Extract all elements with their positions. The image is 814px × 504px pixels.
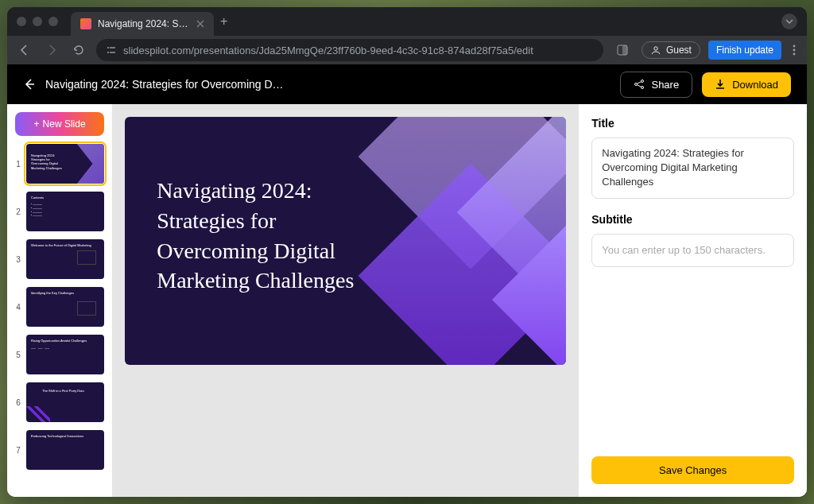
site-settings-icon[interactable] bbox=[106, 45, 117, 56]
share-label: Share bbox=[651, 79, 679, 91]
thumbnail-panel[interactable]: + New Slide 1 Navigating 2024: Strategie… bbox=[7, 104, 112, 497]
thumb-number: 4 bbox=[15, 303, 21, 312]
svg-point-7 bbox=[793, 45, 796, 48]
thumb-row: 2 Contents • ————• ————• ————• ———— bbox=[15, 192, 104, 231]
thumb-number: 2 bbox=[15, 207, 21, 216]
address-bar[interactable]: slidespilot.com/presentations/Jda25MmgQe… bbox=[96, 39, 603, 61]
browser-tabs: Navigating 2024: Strategies f + bbox=[71, 7, 781, 36]
svg-rect-1 bbox=[110, 47, 115, 48]
properties-panel: Title Navigating 2024: Strategies for Ov… bbox=[579, 104, 807, 497]
tab-title: Navigating 2024: Strategies f bbox=[98, 18, 190, 29]
subtitle-label: Subtitle bbox=[591, 213, 794, 226]
svg-point-9 bbox=[793, 53, 796, 56]
profile-chip[interactable]: Guest bbox=[642, 41, 700, 59]
app-body: + New Slide 1 Navigating 2024: Strategie… bbox=[7, 104, 807, 497]
share-button[interactable]: Share bbox=[620, 72, 692, 98]
slide-thumbnail-2[interactable]: Contents • ————• ————• ————• ———— bbox=[26, 192, 104, 231]
profile-label: Guest bbox=[666, 45, 692, 56]
back-button[interactable] bbox=[15, 41, 34, 60]
browser-tab-active[interactable]: Navigating 2024: Strategies f bbox=[71, 12, 214, 36]
window-minimize-dot[interactable] bbox=[33, 17, 42, 26]
slide-thumbnail-4[interactable]: Identifying the Key Challenges bbox=[26, 287, 104, 327]
thumb-row: 3 Welcome to the Future of Digital Marke… bbox=[15, 239, 104, 279]
presentation-title: Navigating 2024: Strategies for Overcomi… bbox=[45, 78, 284, 91]
slide-thumbnail-7[interactable]: Embracing Technological Innovations bbox=[26, 430, 104, 470]
save-changes-button[interactable]: Save Changes bbox=[591, 456, 794, 484]
svg-point-12 bbox=[642, 87, 644, 89]
slide-thumbnail-3[interactable]: Welcome to the Future of Digital Marketi… bbox=[26, 239, 104, 279]
svg-point-2 bbox=[107, 52, 109, 53]
svg-point-10 bbox=[635, 83, 638, 86]
titlebar-right bbox=[781, 14, 797, 29]
save-label: Save Changes bbox=[659, 464, 727, 476]
new-slide-label: New Slide bbox=[43, 118, 86, 130]
subtitle-input[interactable] bbox=[591, 234, 794, 267]
plus-icon: + bbox=[34, 118, 40, 130]
app-header: Navigating 2024: Strategies for Overcomi… bbox=[7, 64, 807, 104]
thumb-number: 6 bbox=[15, 398, 21, 407]
svg-point-6 bbox=[654, 47, 657, 50]
slide-thumbnail-6[interactable]: The Shift to a First Party Data bbox=[26, 382, 104, 422]
thumb-row: 7 Embracing Technological Innovations bbox=[15, 430, 104, 470]
svg-point-11 bbox=[642, 80, 644, 83]
new-slide-button[interactable]: + New Slide bbox=[15, 112, 104, 136]
svg-point-8 bbox=[793, 49, 796, 52]
finish-update-label: Finish update bbox=[716, 45, 773, 56]
reload-button[interactable] bbox=[69, 41, 88, 60]
slide-thumbnail-5[interactable]: Rising Opportunities Amidst Challenges —… bbox=[26, 335, 104, 374]
title-input[interactable]: Navigating 2024: Strategies for Overcomi… bbox=[591, 138, 794, 199]
thumb-row: 1 Navigating 2024: Strategies for Overco… bbox=[15, 144, 104, 184]
thumb-row: 6 The Shift to a First Party Data bbox=[15, 382, 104, 422]
svg-rect-5 bbox=[622, 45, 627, 55]
person-icon bbox=[650, 45, 661, 56]
share-icon bbox=[634, 79, 645, 90]
app-back-button[interactable] bbox=[23, 78, 36, 91]
slide[interactable]: Navigating 2024: Strategies for Overcomi… bbox=[125, 117, 566, 365]
thumb-row: 5 Rising Opportunities Amidst Challenges… bbox=[15, 335, 104, 374]
forward-button[interactable] bbox=[42, 41, 61, 60]
download-label: Download bbox=[732, 79, 778, 91]
finish-update-button[interactable]: Finish update bbox=[708, 41, 781, 60]
thumb-number: 7 bbox=[15, 446, 21, 455]
thumb-number: 5 bbox=[15, 351, 21, 359]
slide-thumbnail-1[interactable]: Navigating 2024: Strategies for Overcomi… bbox=[26, 144, 104, 184]
thumb-row: 4 Identifying the Key Challenges bbox=[15, 287, 104, 327]
new-tab-button[interactable]: + bbox=[214, 14, 234, 29]
thumb-number: 3 bbox=[15, 255, 21, 264]
tab-dropdown-button[interactable] bbox=[781, 14, 797, 29]
slide-title-text[interactable]: Navigating 2024: Strategies for Overcomi… bbox=[157, 176, 379, 296]
title-label: Title bbox=[591, 117, 794, 130]
reader-mode-icon[interactable] bbox=[611, 39, 634, 61]
tab-favicon bbox=[80, 18, 91, 29]
download-button[interactable]: Download bbox=[702, 72, 791, 97]
browser-titlebar: Navigating 2024: Strategies f + bbox=[7, 7, 807, 36]
browser-menu-button[interactable] bbox=[789, 44, 799, 56]
close-icon[interactable] bbox=[196, 20, 204, 28]
window-controls bbox=[17, 17, 58, 26]
slide-canvas-area[interactable]: Navigating 2024: Strategies for Overcomi… bbox=[112, 104, 579, 497]
browser-toolbar: slidespilot.com/presentations/Jda25MmgQe… bbox=[7, 36, 807, 64]
svg-rect-3 bbox=[110, 52, 115, 52]
window-maximize-dot[interactable] bbox=[48, 17, 58, 26]
url-text: slidespilot.com/presentations/Jda25MmgQe… bbox=[123, 45, 533, 56]
window-close-dot[interactable] bbox=[17, 17, 26, 26]
browser-window: Navigating 2024: Strategies f + bbox=[7, 7, 807, 497]
thumb-number: 1 bbox=[15, 160, 21, 169]
svg-point-0 bbox=[107, 47, 109, 48]
download-icon bbox=[715, 79, 726, 90]
